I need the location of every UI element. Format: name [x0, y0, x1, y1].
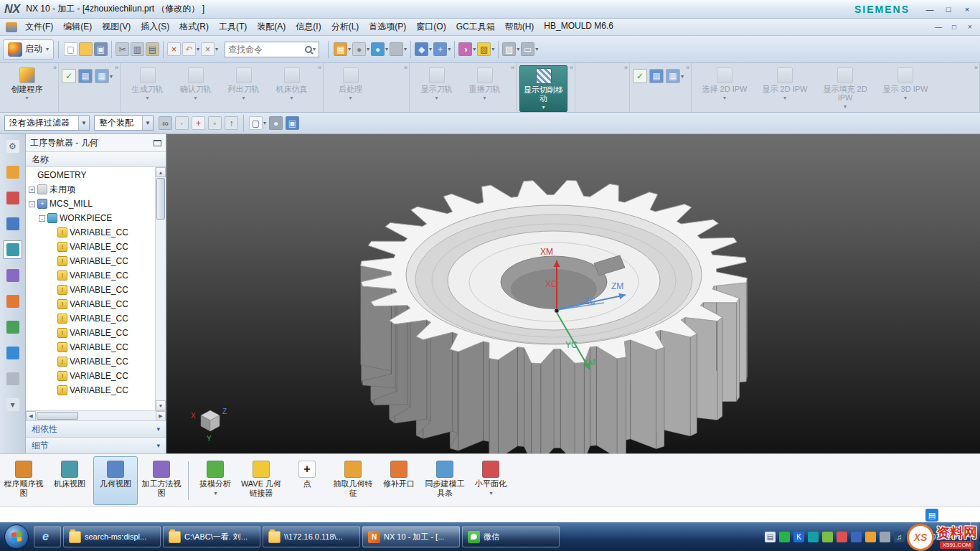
tray-k-app-icon[interactable]: K [793, 532, 804, 542]
tree-row[interactable]: ! VARIABLE_CC [26, 311, 155, 326]
window-control-button[interactable]: — [921, 3, 938, 16]
machine-simulation-button[interactable]: 机床仿真 ▾ [268, 65, 316, 102]
scroll-thumb[interactable] [156, 178, 165, 220]
history-palette-button[interactable] [3, 369, 22, 388]
verify-ok-button[interactable]: ✓ [62, 69, 76, 83]
menu-item[interactable]: GC工具箱 [451, 18, 500, 36]
scroll-thumb[interactable] [37, 412, 78, 420]
ribbon-mode-icon[interactable] [6, 22, 17, 32]
chevron-down-icon[interactable]: ▼ [78, 116, 89, 130]
list-toolpath-button[interactable]: 列出刀轨 ▾ [220, 65, 268, 102]
window-control-button[interactable]: × [958, 3, 976, 16]
template-studio-button[interactable] [3, 292, 22, 311]
show-3d-ipw-button[interactable]: 显示 3D IPW ▾ [875, 65, 936, 102]
group-overflow[interactable]: » [318, 64, 321, 71]
tree-row[interactable]: ! VARIABLE_CC [26, 354, 155, 369]
group-overflow[interactable]: » [53, 64, 57, 71]
select-2d-ipw-button[interactable]: 选择 2D IPW ▾ [694, 65, 755, 102]
scroll-right-icon[interactable]: ▶ [156, 411, 166, 421]
tree-row[interactable]: ! VARIABLE_CC [26, 340, 155, 354]
tree-row[interactable]: GEOMETRY [26, 168, 155, 182]
tree-row[interactable]: + 未用项 [26, 182, 155, 197]
program-order-view-button[interactable]: 程序顺序视图 [1, 456, 46, 505]
scroll-down-icon[interactable]: ▼ [156, 400, 166, 410]
paste-button[interactable]: ▤ [145, 42, 160, 57]
measure-distance-button[interactable]: ▭ ▾ [520, 42, 539, 57]
folder-button[interactable]: search-ms:displ... [63, 526, 161, 547]
cut-button[interactable]: ✂ [115, 42, 130, 57]
shaded-ball-button[interactable]: ● [268, 116, 283, 131]
wcs-orient-button[interactable]: + ▾ [433, 42, 451, 57]
tree-row[interactable]: - + MCS_MILL [26, 197, 155, 211]
tree-row[interactable]: ! VARIABLE_CC [26, 326, 155, 340]
synchronous-modeling-button[interactable]: 同步建模工具条 [423, 456, 467, 505]
settings-gear-button[interactable]: ⚙ [3, 137, 22, 156]
replay-toolpath-button[interactable]: 重播刀轨 ▾ [461, 65, 509, 102]
ime-overlay-icon[interactable]: ▤ [925, 509, 938, 522]
selection-filter-dropdown[interactable]: 没有选择过滤器 ▼ [4, 116, 90, 131]
menu-item[interactable]: 工具(T) [214, 18, 252, 36]
child-window-control-button[interactable]: × [963, 22, 977, 33]
facet-body-button[interactable]: 小平面化 ▾ [468, 456, 513, 505]
search-input[interactable] [228, 44, 305, 55]
workpiece-b-button[interactable]: ▦ ▾ [666, 69, 684, 83]
title-bar[interactable]: NX NX 10 - 加工 - [4zhouxiechilun.prt （修改的… [0, 0, 980, 19]
patch-opening-button[interactable]: 修补开口 [377, 456, 421, 505]
group-overflow[interactable]: » [974, 64, 978, 71]
create-program-button[interactable]: 创建程序 ▾ [3, 65, 51, 102]
tree-expander[interactable]: + [29, 187, 35, 193]
rectangle-select-button[interactable]: ▢ ▾ [248, 116, 267, 131]
toolpath-list-button[interactable]: ▦ [78, 69, 93, 83]
edit-section-button[interactable]: ▧ ▾ [476, 42, 495, 57]
move-object-button[interactable]: ◆ ▾ [414, 42, 433, 57]
tree-row[interactable]: ! VARIABLE_CC [26, 268, 155, 283]
tree-row[interactable]: ! VARIABLE_CC [26, 254, 155, 268]
details-section-button[interactable]: 细节 ▾ [26, 437, 166, 453]
snap-link-button[interactable]: ∞ [158, 116, 173, 131]
menu-item[interactable]: 视图(V) [97, 18, 136, 36]
tree-row[interactable]: ! VARIABLE_CC [26, 297, 155, 311]
tree-row[interactable]: ! VARIABLE_CC [26, 383, 155, 397]
group-overflow[interactable]: » [511, 64, 514, 71]
background-style-button[interactable]: ▾ [389, 42, 407, 57]
open-folder-button[interactable] [78, 42, 93, 57]
tree-row[interactable]: - WORKPIECE [26, 211, 155, 225]
tray-shield-app-icon[interactable] [851, 532, 862, 542]
workpiece-a-button[interactable]: ▦ [649, 69, 664, 83]
draft-analysis-button[interactable]: 拔模分析 ▾ [193, 456, 237, 505]
true-shading-button[interactable]: ● ▾ [370, 42, 389, 57]
scroll-track[interactable] [79, 411, 156, 420]
new-file-button[interactable]: ▢ [63, 42, 78, 57]
tray-red-app-icon[interactable] [837, 532, 847, 542]
web-browser-button[interactable] [3, 344, 22, 362]
start-button[interactable] [4, 524, 29, 549]
constraint-navigator-button[interactable] [3, 189, 22, 207]
wechat-button[interactable]: 微信 [462, 526, 560, 547]
window-control-button[interactable]: □ [940, 3, 957, 16]
show-2d-ipw-button[interactable]: 显示 2D IPW ▾ [755, 65, 815, 102]
delete-button[interactable]: × [166, 42, 182, 57]
tray-leaf-app-icon[interactable] [822, 532, 833, 542]
folder-button[interactable]: C:\ABC\一看. 刘... [163, 526, 260, 547]
tray-teal-app-icon[interactable] [808, 532, 819, 542]
undock-panel-icon[interactable] [154, 140, 161, 146]
command-finder[interactable]: ▾ [225, 42, 319, 57]
ie-button[interactable]: e [34, 526, 61, 547]
group-overflow[interactable]: » [570, 64, 573, 71]
toolpath-edit-button[interactable]: ▦ ▾ [95, 69, 113, 83]
show-cutting-moves-button[interactable]: 显示切削移动 ▾ [519, 65, 567, 112]
part-navigator-button[interactable] [3, 215, 22, 233]
tree-expander[interactable]: - [29, 201, 35, 207]
tree-row[interactable]: ! VARIABLE_CC [26, 240, 155, 254]
machine-navigator-button[interactable] [3, 266, 22, 285]
group-overflow[interactable]: » [115, 64, 118, 71]
undo-button[interactable]: ↶ ▾ [182, 42, 200, 57]
machining-method-view-button[interactable]: 加工方法视图 [139, 456, 184, 505]
dependencies-section-button[interactable]: 相依性 ▾ [26, 420, 166, 437]
cancel-button[interactable]: × ▾ [200, 42, 219, 57]
save-button[interactable]: ▣ [93, 42, 108, 57]
postprocess-button[interactable]: 后处理 ▾ [326, 65, 374, 102]
menu-item[interactable]: 装配(A) [252, 18, 291, 36]
group-overflow[interactable]: » [404, 64, 407, 71]
show-filled-2d-ipw-button[interactable]: 显示填充 2D IPW ▾ [815, 65, 875, 110]
